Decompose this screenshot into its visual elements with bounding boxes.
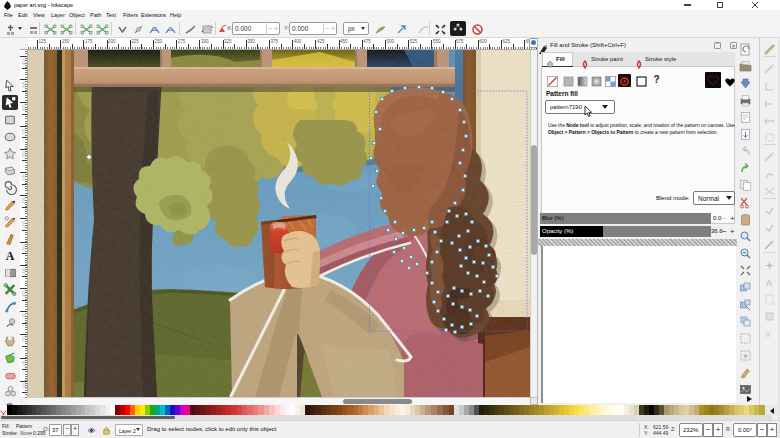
svg-text://: // bbox=[766, 330, 771, 339]
svg-text:A: A bbox=[766, 278, 772, 288]
svg-text:A: A bbox=[6, 250, 15, 263]
